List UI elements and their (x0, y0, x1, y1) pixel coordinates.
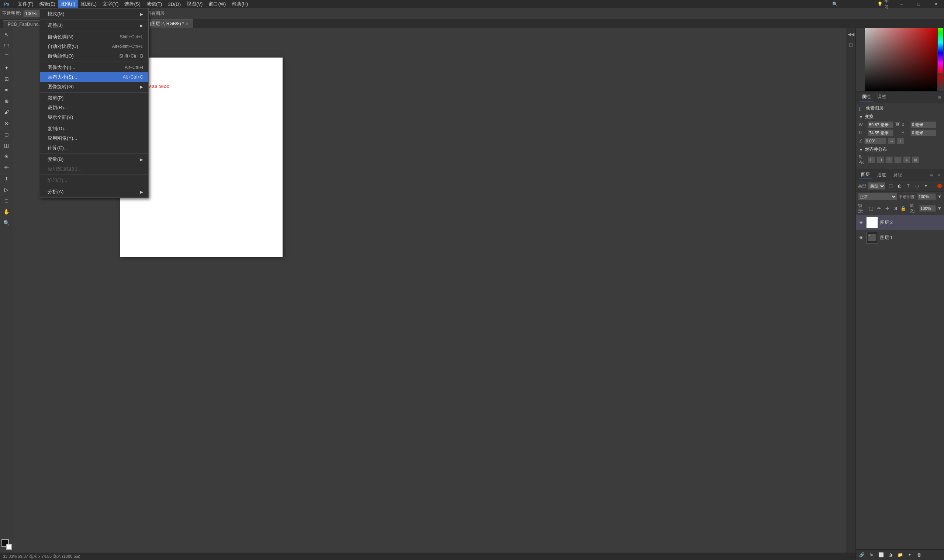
link-wh-icon[interactable]: ⛓ (895, 122, 900, 127)
menu-select[interactable]: 选择(S) (121, 0, 143, 8)
menu-auto-tone[interactable]: 自动色调(N) Shift+Ctrl+L (40, 32, 148, 42)
menu-variables[interactable]: 变量(B) ▶ (40, 155, 148, 164)
menu-3d[interactable]: 3D(D) (165, 1, 184, 8)
menu-image[interactable]: 图像(I) (58, 0, 78, 8)
menu-canvas-size[interactable]: 画布大小(S)... Alt+Ctrl+C (40, 72, 148, 82)
align-top-btn[interactable]: ⊥ (894, 157, 902, 163)
text-tool[interactable]: T (2, 173, 12, 184)
collapse-panel-icon[interactable]: ◀◀ (847, 30, 855, 38)
filter-text-btn[interactable]: T (904, 182, 912, 189)
lock-all-btn[interactable]: 🔒 (900, 205, 907, 212)
lock-artboard-btn[interactable]: ⊡ (892, 205, 899, 212)
filter-smart-btn[interactable]: ✦ (922, 182, 930, 189)
search-button[interactable]: 🔍 (829, 0, 841, 8)
add-layer-btn[interactable]: + (906, 551, 913, 558)
eraser-tool[interactable]: ◻ (2, 129, 12, 140)
gradient-tool[interactable]: ◫ (2, 140, 12, 151)
zoom-tool[interactable]: 🔍 (2, 218, 12, 228)
menu-filter[interactable]: 滤镜(T) (143, 0, 165, 8)
layer-type-select[interactable]: 类型 (868, 182, 886, 189)
lock-move-btn[interactable]: ✛ (884, 205, 890, 212)
layer-item-2[interactable]: 👁 图层 2 (856, 215, 944, 230)
filter-pixel-btn[interactable]: ⬚ (887, 182, 894, 189)
menu-file[interactable]: 文件(F) (15, 0, 37, 8)
tab-2-close[interactable]: ✕ (186, 22, 189, 26)
x-input[interactable] (910, 122, 936, 128)
add-adjustment-btn[interactable]: ◑ (887, 551, 894, 558)
lock-draw-btn[interactable]: ✏ (876, 205, 883, 212)
link-layers-btn[interactable]: 🔗 (858, 551, 866, 558)
layers-collapse[interactable]: ✕ (937, 173, 941, 178)
angle-input[interactable] (864, 138, 886, 144)
y-input[interactable] (910, 129, 936, 136)
layer-1-visibility[interactable]: 👁 (858, 235, 864, 240)
menu-apply-image[interactable]: 应用图像(Y)... (40, 134, 148, 143)
lasso-tool[interactable]: ⌒ (2, 52, 12, 62)
menu-reveal-all[interactable]: 显示全部(V) (40, 112, 148, 122)
align-right-btn[interactable]: ⊤ (886, 157, 893, 163)
menu-trim[interactable]: 裁切(R)... (40, 103, 148, 112)
alpha-slider[interactable] (938, 75, 943, 90)
background-color[interactable] (6, 544, 12, 550)
maximize-button[interactable]: □ (910, 0, 927, 8)
menu-duplicate[interactable]: 复制(D)... (40, 124, 148, 134)
path-select-tool[interactable]: ▷ (2, 185, 12, 195)
minimize-button[interactable]: ─ (893, 0, 910, 8)
align-center-btn[interactable]: ⊣ (876, 157, 884, 163)
filter-active-indicator[interactable] (937, 184, 942, 188)
close-button[interactable]: ✕ (927, 0, 944, 8)
menu-auto-contrast[interactable]: 自动对比度(U) Alt+Shift+Ctrl+L (40, 42, 148, 51)
selection-tool[interactable]: ⬚ (2, 41, 12, 51)
menu-image-size[interactable]: 图像大小(I)... Alt+Ctrl+I (40, 63, 148, 72)
menu-window[interactable]: 窗口(W) (206, 0, 229, 8)
healing-tool[interactable]: ⊕ (2, 96, 12, 106)
menu-help[interactable]: 帮助(H) (229, 0, 251, 8)
align-bottom-btn[interactable]: ⊠ (912, 157, 919, 163)
flip-h-btn[interactable]: ↔ (888, 138, 895, 144)
quick-select-tool[interactable]: ✦ (2, 63, 12, 73)
clone-tool[interactable]: ⊗ (2, 118, 12, 128)
menu-crop[interactable]: 裁剪(P) (40, 93, 148, 103)
add-style-btn[interactable]: fx (868, 551, 875, 558)
eyedropper-tool[interactable]: ✒ (2, 85, 12, 95)
menu-image-rotation[interactable]: 图像旋转(G) ▶ (40, 82, 148, 91)
opacity-arrow[interactable]: ▼ (937, 194, 942, 199)
menu-analyze[interactable]: 分析(A) ▶ (40, 187, 148, 197)
layers-tab-channels[interactable]: 通道 (875, 171, 888, 179)
learn-button[interactable]: 💡 学习 (873, 0, 892, 8)
layers-panel-menu[interactable]: ≡ (930, 172, 933, 178)
hand-tool[interactable]: ✋ (2, 206, 12, 217)
prop-tab-properties[interactable]: 属性 (859, 93, 873, 102)
align-collapse-icon[interactable]: ▼ (859, 147, 863, 152)
pen-tool[interactable]: ✏ (2, 162, 12, 173)
align-vcenter-btn[interactable]: ≡ (903, 157, 910, 163)
brush-tool[interactable]: 🖌 (2, 107, 12, 117)
panel-toggle-icon[interactable]: ⬚ (847, 41, 855, 49)
fill-arrow[interactable]: ▼ (937, 206, 942, 211)
menu-edit[interactable]: 编辑(E) (37, 0, 58, 8)
fill-value[interactable] (919, 205, 936, 212)
menu-auto-color[interactable]: 自动颜色(O) Shift+Ctrl+B (40, 51, 148, 61)
menu-calculations[interactable]: 计算(C)... (40, 143, 148, 153)
height-input[interactable] (868, 129, 893, 136)
prop-tab-adjustments[interactable]: 调整 (874, 93, 889, 102)
add-mask-btn[interactable]: ⬜ (877, 551, 885, 558)
burn-tool[interactable]: ☀ (2, 151, 12, 162)
move-tool[interactable]: ↖ (2, 29, 12, 40)
menu-adjustments[interactable]: 调整(J) ▶ (40, 21, 148, 30)
layer-2-visibility[interactable]: 👁 (858, 220, 864, 225)
lock-pixels-btn[interactable]: ⬚ (868, 205, 874, 212)
menu-text[interactable]: 文字(Y) (100, 0, 121, 8)
layer-item-1[interactable]: 👁 图层 1 (856, 230, 944, 245)
add-group-btn[interactable]: 📁 (896, 551, 904, 558)
blend-mode-select[interactable]: 正常 (858, 193, 897, 200)
shape-tool[interactable]: □ (2, 195, 12, 206)
menu-view[interactable]: 视图(V) (184, 0, 206, 8)
layers-tab-paths[interactable]: 路径 (891, 171, 904, 179)
opacity-value[interactable] (918, 193, 936, 200)
menu-layer[interactable]: 图层(L) (78, 0, 100, 8)
properties-panel-menu[interactable]: ≡ (938, 94, 941, 100)
crop-tool[interactable]: ⊡ (2, 74, 12, 84)
width-input[interactable] (868, 122, 893, 128)
menu-mode[interactable]: 模式(M) ▶ (40, 9, 148, 19)
